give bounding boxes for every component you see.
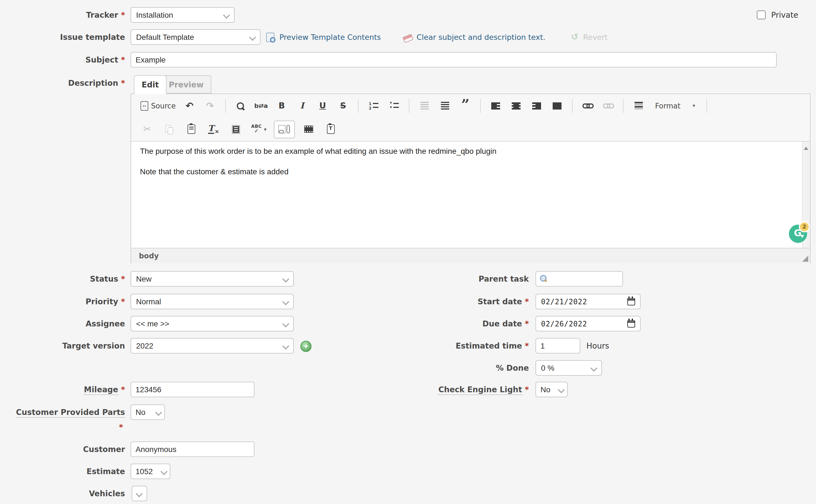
- styles-button[interactable]: [630, 98, 647, 113]
- editor-content[interactable]: The purpose of this work order is to be …: [131, 142, 810, 248]
- blockquote-button[interactable]: ”: [457, 98, 474, 113]
- assignee-value: << me >>: [136, 319, 169, 328]
- assignee-label-block: Assignee: [0, 316, 125, 331]
- percent-done-value: 0 %: [541, 363, 554, 372]
- mileage-input[interactable]: [131, 382, 254, 397]
- chevron-down-icon: [249, 34, 256, 41]
- copy-button[interactable]: [161, 122, 178, 136]
- tracker-select[interactable]: Installation: [131, 7, 235, 23]
- private-checkbox[interactable]: [757, 11, 766, 19]
- start-date-input[interactable]: 02/21/2022: [536, 294, 641, 309]
- customer-label-block: Customer: [0, 441, 125, 457]
- chevron-down-icon: [136, 490, 142, 497]
- align-left-button[interactable]: [487, 98, 504, 113]
- align-center-button[interactable]: [508, 98, 524, 113]
- tracker-value: Installation: [136, 11, 173, 19]
- clear-subject-link[interactable]: Clear subject and description text.: [417, 29, 545, 45]
- bullet-list-icon: [389, 102, 399, 109]
- parent-task-label-block: Parent task: [354, 271, 529, 287]
- bold-button[interactable]: B: [273, 98, 290, 113]
- issue-template-select[interactable]: Default Template: [131, 29, 261, 45]
- source-button[interactable]: ‹›Source: [139, 98, 177, 113]
- numbered-list-button[interactable]: [365, 98, 382, 113]
- outdent-button[interactable]: [416, 98, 433, 113]
- vehicles-select[interactable]: [132, 486, 147, 501]
- preview-template-link[interactable]: Preview Template Contents: [279, 29, 381, 45]
- subject-input[interactable]: [131, 52, 777, 67]
- underline-icon: U: [319, 101, 326, 111]
- link-icon: [582, 102, 593, 109]
- align-right-icon: [532, 102, 541, 109]
- select-all-button[interactable]: [227, 122, 244, 136]
- plus-icon: +: [303, 341, 309, 350]
- align-center-icon: [512, 102, 521, 109]
- paste-button[interactable]: [183, 122, 200, 136]
- priority-select[interactable]: Normal: [131, 294, 294, 309]
- due-date-input[interactable]: 02/26/2022: [536, 316, 641, 331]
- numbered-list-icon: [369, 102, 378, 109]
- issue-template-label-block: Issue template: [0, 29, 125, 45]
- status-label-block: Status*: [0, 271, 125, 287]
- check-engine-light-select[interactable]: No: [536, 382, 568, 397]
- spellcheck-button[interactable]: ABC✓▾: [250, 122, 268, 136]
- required-marker: *: [525, 319, 529, 328]
- estimated-time-input[interactable]: [536, 338, 580, 354]
- parent-task-input[interactable]: [536, 271, 623, 287]
- customer-provided-parts-label: Customer Provided Parts: [16, 408, 125, 418]
- bullet-list-button[interactable]: [386, 98, 402, 113]
- grammarly-icon[interactable]: G 2: [789, 225, 807, 243]
- media-embed-button[interactable]: [300, 122, 317, 136]
- due-date-label: Due date: [482, 319, 522, 328]
- resize-handle-icon[interactable]: [802, 256, 808, 262]
- format-label: Format: [655, 102, 680, 110]
- caret-down-icon: ▾: [693, 103, 695, 108]
- underline-button[interactable]: U: [314, 98, 331, 113]
- chevron-down-icon: [282, 342, 289, 349]
- grammarly-badge: 2: [799, 221, 810, 232]
- paste-plain-text-button[interactable]: [322, 122, 339, 136]
- customer-input[interactable]: [131, 441, 254, 457]
- align-right-button[interactable]: [528, 98, 545, 113]
- cut-button[interactable]: ✂: [139, 122, 155, 136]
- select-all-icon: [232, 125, 240, 134]
- assignee-select[interactable]: << me >>: [131, 316, 294, 331]
- toolbar-row-1: ‹›Source ↶ ↷ b⇄a B I U S ”: [131, 94, 810, 117]
- chevron-down-icon: [590, 365, 597, 371]
- blockquote-icon: ”: [461, 102, 469, 110]
- customer-provided-parts-select[interactable]: No: [131, 404, 165, 420]
- unlink-button[interactable]: [600, 98, 616, 113]
- calendar-icon[interactable]: [627, 320, 635, 327]
- outdent-icon: [420, 102, 428, 110]
- check-engine-light-label: Check Engine Light: [438, 385, 522, 395]
- required-marker: *: [121, 274, 125, 283]
- strikethrough-button[interactable]: S: [335, 98, 351, 113]
- find-button[interactable]: [232, 98, 249, 113]
- source-icon: ‹›: [141, 101, 148, 110]
- target-version-select[interactable]: 2022: [131, 338, 294, 354]
- toolbar-divider: [225, 99, 225, 113]
- format-dropdown[interactable]: Format▾: [651, 98, 700, 113]
- undo-button[interactable]: ↶: [181, 98, 198, 113]
- remove-format-button[interactable]: T×: [205, 122, 222, 136]
- target-version-label: Target version: [62, 341, 125, 350]
- unlink-icon: [603, 102, 613, 109]
- link-button[interactable]: [579, 98, 596, 113]
- remove-format-icon: T×: [208, 124, 219, 134]
- estimate-select[interactable]: 1052: [131, 464, 170, 479]
- undo-icon: ↶: [186, 101, 194, 110]
- italic-button[interactable]: I: [294, 98, 310, 113]
- target-version-label-block: Target version: [0, 338, 125, 354]
- calendar-icon[interactable]: [627, 298, 635, 305]
- tab-edit[interactable]: Edit: [134, 75, 167, 94]
- status-select[interactable]: New: [131, 271, 294, 287]
- redo-button[interactable]: ↷: [202, 98, 218, 113]
- placeholder-button[interactable]: [274, 120, 295, 138]
- editor-toolbar: ‹›Source ↶ ↷ b⇄a B I U S ”: [131, 94, 810, 142]
- tab-preview[interactable]: Preview: [161, 75, 211, 93]
- percent-done-select[interactable]: 0 %: [536, 360, 602, 376]
- indent-button[interactable]: [436, 98, 453, 113]
- align-justify-button[interactable]: [549, 98, 565, 113]
- add-version-button[interactable]: +: [300, 341, 311, 352]
- replace-button[interactable]: b⇄a: [253, 98, 269, 113]
- revert-link[interactable]: Revert: [583, 29, 607, 45]
